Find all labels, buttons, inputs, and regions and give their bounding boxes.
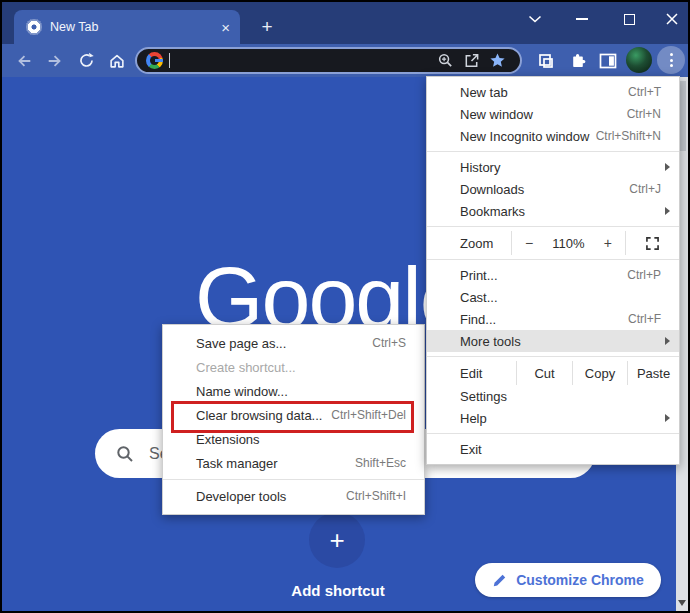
add-shortcut-button[interactable]: + xyxy=(309,512,365,568)
fullscreen-button[interactable] xyxy=(625,231,679,255)
text-caret xyxy=(169,53,170,68)
menu-item-new-tab[interactable]: New tab Ctrl+T xyxy=(427,81,679,103)
submenu-arrow-icon xyxy=(665,207,670,215)
google-logo-icon xyxy=(146,52,163,69)
window-titlebar: New Tab × + xyxy=(2,2,688,44)
zoom-in-button[interactable]: + xyxy=(604,235,612,251)
customize-chrome-label: Customize Chrome xyxy=(516,572,644,588)
search-icon xyxy=(115,444,135,464)
zoom-out-button[interactable]: − xyxy=(525,235,533,251)
menu-separator xyxy=(427,259,679,260)
pencil-icon xyxy=(492,573,507,588)
tab-title: New Tab xyxy=(50,20,213,34)
scrollbar-down-arrow-icon[interactable] xyxy=(678,600,686,606)
menu-item-more-tools[interactable]: More tools xyxy=(427,330,679,352)
copy-button[interactable]: Copy xyxy=(572,361,627,385)
minimize-button[interactable] xyxy=(569,8,595,30)
browser-menu-button[interactable] xyxy=(657,46,685,74)
menu-separator xyxy=(163,479,424,480)
menu-item-print[interactable]: Print... Ctrl+P xyxy=(427,264,679,286)
zoom-value: 110% xyxy=(552,236,584,251)
refresh-icon[interactable] xyxy=(73,44,99,77)
zoom-label: Zoom xyxy=(427,231,511,255)
menu-item-history[interactable]: History xyxy=(427,156,679,178)
tab-close-icon[interactable]: × xyxy=(221,20,230,35)
paste-button[interactable]: Paste xyxy=(627,361,679,385)
menu-separator xyxy=(427,151,679,152)
customize-chrome-button[interactable]: Customize Chrome xyxy=(475,563,661,597)
menu-item-new-incognito-window[interactable]: New Incognito window Ctrl+Shift+N xyxy=(427,125,679,147)
submenu-item-name-window[interactable]: Name window... xyxy=(163,379,424,403)
home-icon[interactable] xyxy=(104,44,130,77)
menu-item-help[interactable]: Help xyxy=(427,407,679,429)
chrome-menu: New tab Ctrl+T New window Ctrl+N New Inc… xyxy=(426,76,680,465)
submenu-item-save-page-as[interactable]: Save page as... Ctrl+S xyxy=(163,331,424,355)
side-panel-icon[interactable] xyxy=(595,44,621,77)
browser-toolbar xyxy=(2,44,688,77)
menu-zoom-row: Zoom − 110% + xyxy=(427,231,679,255)
submenu-item-task-manager[interactable]: Task manager Shift+Esc xyxy=(163,451,424,475)
menu-item-cast[interactable]: Cast... xyxy=(427,286,679,308)
edit-label: Edit xyxy=(427,361,516,385)
tab-new-tab[interactable]: New Tab × xyxy=(14,10,240,44)
chrome-favicon-icon xyxy=(26,19,42,35)
submenu-arrow-icon xyxy=(665,414,670,422)
menu-edit-row: Edit Cut Copy Paste xyxy=(427,361,679,385)
menu-item-downloads[interactable]: Downloads Ctrl+J xyxy=(427,178,679,200)
menu-item-settings[interactable]: Settings xyxy=(427,385,679,407)
menu-item-find[interactable]: Find... Ctrl+F xyxy=(427,308,679,330)
submenu-arrow-icon xyxy=(665,163,670,171)
tab-search-chevron-icon[interactable] xyxy=(522,8,548,30)
new-tab-button[interactable]: + xyxy=(254,14,280,40)
forward-icon[interactable] xyxy=(42,44,68,77)
back-icon[interactable] xyxy=(11,44,37,77)
cut-button[interactable]: Cut xyxy=(516,361,572,385)
add-shortcut-label: Add shortcut xyxy=(238,582,438,599)
omnibox-input[interactable] xyxy=(135,47,522,74)
menu-separator xyxy=(427,356,679,357)
share-icon[interactable] xyxy=(458,52,484,69)
red-highlight-annotation xyxy=(171,401,414,433)
zoom-in-icon[interactable] xyxy=(432,52,458,69)
maximize-button[interactable] xyxy=(616,8,642,30)
submenu-item-developer-tools[interactable]: Developer tools Ctrl+Shift+I xyxy=(163,484,424,508)
profile-avatar[interactable] xyxy=(626,47,652,73)
menu-item-exit[interactable]: Exit xyxy=(427,438,679,460)
menu-item-bookmarks[interactable]: Bookmarks xyxy=(427,200,679,222)
bookmark-star-icon[interactable] xyxy=(484,52,510,69)
menu-separator xyxy=(427,433,679,434)
extensions-puzzle-icon[interactable] xyxy=(564,44,590,77)
close-button[interactable] xyxy=(659,8,685,30)
menu-item-new-window[interactable]: New window Ctrl+N xyxy=(427,103,679,125)
reading-list-extension-icon[interactable] xyxy=(533,44,559,77)
submenu-arrow-icon xyxy=(665,337,670,345)
menu-separator xyxy=(427,226,679,227)
submenu-item-create-shortcut: Create shortcut... xyxy=(163,355,424,379)
browser-window: New Tab × + xyxy=(0,0,690,613)
